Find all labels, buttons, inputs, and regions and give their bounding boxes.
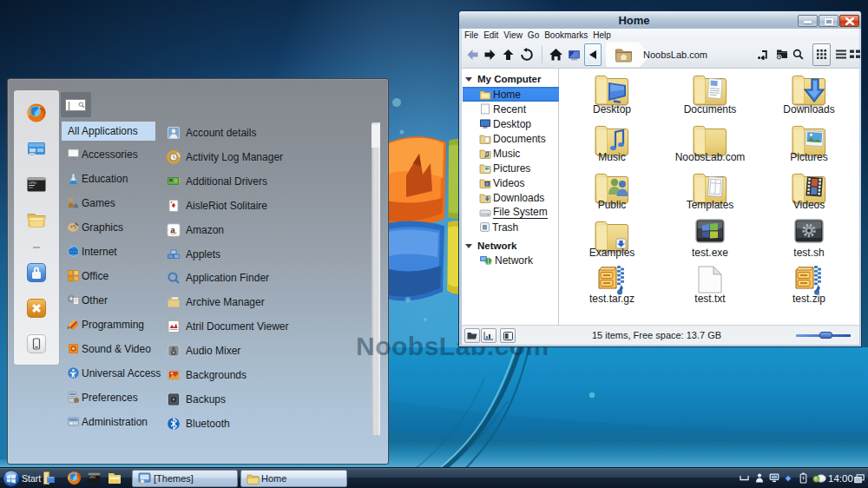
svg-text:CPU:: CPU: (29, 181, 37, 185)
svg-text:CPU: CPU (89, 476, 96, 479)
